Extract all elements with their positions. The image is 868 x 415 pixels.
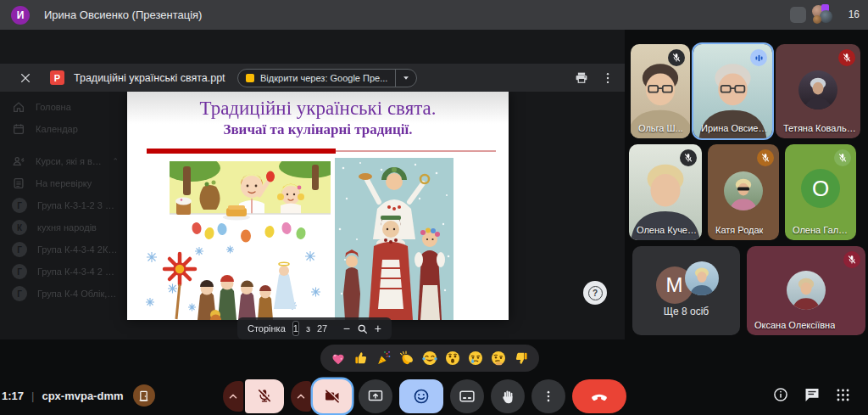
letter-avatar: О: [801, 169, 840, 208]
page-label: Сторінка: [248, 323, 286, 334]
close-icon[interactable]: [19, 72, 31, 84]
participant-count: 16: [849, 8, 860, 20]
sidebar-item-5[interactable]: ГГрупа К-3-1-2 3 КУРС Технол...: [0, 194, 127, 216]
review-icon: [12, 177, 25, 190]
present-button[interactable]: [359, 379, 392, 413]
reactions-bar: [320, 345, 539, 372]
more-options-icon[interactable]: [600, 70, 615, 86]
camera-button[interactable]: [313, 379, 352, 413]
overflow-count-label: Ще 8 осіб: [632, 306, 740, 317]
reaction-sparkling-heart-icon[interactable]: [330, 350, 347, 367]
sidebar-item-8[interactable]: ГГрупа К-4-3-4 2 КУРС Технол...: [0, 261, 127, 283]
reaction-crying-face-icon[interactable]: [467, 350, 484, 367]
sidebar-item-label: Група К-4-3-4 2 КУРС Технол...: [37, 266, 119, 277]
reactions-button[interactable]: [399, 379, 443, 413]
mic-muted-icon: [838, 49, 855, 66]
reaction-face-with-tears-of-joy-icon[interactable]: [421, 350, 438, 367]
page-controls: Сторінка 1 з 27 − +: [237, 317, 392, 339]
avatar: [787, 271, 826, 310]
shared-screen-area: ГоловнаКалендарКурси, які я викладаю⌃На …: [0, 30, 625, 339]
classroom-sidebar: ГоловнаКалендарКурси, які я викладаю⌃На …: [0, 96, 127, 305]
sidebar-item-6[interactable]: Ккухня народів: [0, 216, 127, 238]
slide-subtitle: Звичаї та кулінарні традиції.: [127, 121, 509, 138]
zoom-out-button[interactable]: −: [343, 322, 350, 335]
sidebar-item-label: На перевірку: [36, 178, 92, 188]
mic-button[interactable]: [245, 379, 284, 413]
sidebar-item-label: Група К-3-1-2 3 КУРС Технол...: [37, 200, 119, 210]
google-slides-icon: [246, 74, 254, 82]
participant-tile-олена-кучер[interactable]: Олена Кучер...: [629, 144, 702, 240]
sidebar-item-label: Головна: [36, 102, 71, 112]
reaction-surprised-face-icon[interactable]: [444, 350, 461, 367]
participant-tile-ирина-овсиенко[interactable]: Ирина Овсиенко: [693, 44, 772, 138]
more-options-button[interactable]: [531, 379, 565, 413]
caret-down-icon[interactable]: [396, 70, 416, 87]
sidebar-item-1[interactable]: Головна: [0, 96, 127, 118]
reaction-clapping-hands-icon[interactable]: [398, 350, 415, 367]
raise-hand-button[interactable]: [491, 379, 525, 413]
chat-button[interactable]: [804, 386, 821, 403]
reaction-thumbs-down-icon[interactable]: [513, 350, 530, 367]
mic-muted-icon: [757, 149, 774, 166]
sidebar-item-3[interactable]: Курси, які я викладаю⌃: [0, 150, 127, 172]
sidebar-item-label: Курси, які я викладаю: [36, 156, 102, 166]
zoom-in-button[interactable]: +: [375, 322, 381, 335]
captions-button[interactable]: [450, 379, 484, 413]
participant-name: Ирина Овсиенко: [701, 123, 768, 133]
sidebar-item-label: кухня народів: [37, 222, 97, 233]
participant-name: Тетяна Ковальова: [783, 123, 856, 133]
page-total: 27: [317, 323, 327, 334]
info-button[interactable]: [772, 386, 789, 403]
file-name: Традиційні українські свята.ppt: [74, 72, 225, 84]
presenter-avatar: И: [11, 6, 30, 25]
avatar: [798, 70, 837, 109]
reaction-thinking-face-icon[interactable]: [490, 350, 507, 367]
slide-accent-line: [336, 150, 496, 152]
help-button[interactable]: ?: [583, 281, 607, 305]
mic-muted-icon: [834, 149, 851, 166]
avatar: [685, 261, 719, 295]
slide-accent-bar: [147, 149, 336, 154]
participant-tile-олена-галям[interactable]: ООлена Галям...: [785, 144, 856, 240]
print-icon[interactable]: [574, 70, 589, 86]
chevron-up-icon: ⌃: [112, 157, 119, 165]
google-meet-window: И Ирина Овсиенко (Презентація) 16 Головн…: [0, 0, 868, 415]
slide-image-easter-kids: [170, 161, 331, 244]
participant-tile-тетяна-ковальова[interactable]: Тетяна Ковальова: [776, 44, 860, 138]
camera-options-button[interactable]: [291, 381, 311, 412]
file-preview-toolbar: P Традиційні українські свята.ppt Відкри…: [0, 64, 625, 92]
presenter-label: Ирина Овсиенко (Презентація): [44, 8, 202, 21]
sidebar-item-9[interactable]: ГГрупа К-4 Облік, калькуляція,...: [0, 283, 127, 305]
reaction-thumbs-up-icon[interactable]: [353, 350, 370, 367]
presentation-slide: Традиційні українські свята. Звичаї та к…: [127, 92, 509, 320]
reaction-party-popper-icon[interactable]: [376, 350, 392, 367]
participant-name: Оксана Олексіївна: [754, 320, 835, 330]
slide-title: Традиційні українські свята.: [127, 98, 509, 120]
apps-grid-button[interactable]: [835, 387, 851, 403]
sidebar-item-4[interactable]: На перевірку: [0, 172, 127, 194]
sidebar-item-label: Календар: [36, 124, 78, 134]
participant-tile-ольга-ш[interactable]: Ольга Ш...: [631, 44, 690, 138]
participant-tile-катя-родак[interactable]: Катя Родак: [708, 144, 779, 240]
magnifier-icon[interactable]: [357, 323, 368, 334]
sidebar-item-2[interactable]: Календар: [0, 118, 127, 140]
question-mark-icon: ?: [588, 286, 603, 300]
participant-tile-оксана-олексіївна[interactable]: Оксана Олексіївна: [747, 246, 865, 335]
group-letter-avatar: Г: [12, 198, 27, 213]
speaking-indicator-icon: [750, 49, 767, 66]
participant-tile-ще-8-осіб[interactable]: МЩе 8 осіб: [632, 246, 740, 335]
page-number-input[interactable]: 1: [292, 321, 299, 336]
group-letter-avatar: Г: [12, 286, 27, 301]
mic-options-button[interactable]: [223, 381, 243, 412]
slide-image-carolers: [139, 244, 327, 320]
end-call-button[interactable]: [572, 379, 626, 413]
top-bar: И Ирина Овсиенко (Презентація) 16: [0, 0, 868, 30]
open-with-button[interactable]: Відкрити через: Google Пре...: [237, 69, 417, 87]
participant-thumbnail: [790, 7, 806, 23]
meeting-side-icons: [772, 386, 851, 403]
ppt-file-icon: P: [50, 70, 64, 85]
call-controls: [0, 379, 849, 413]
mic-muted-icon: [680, 149, 697, 166]
participants-summary[interactable]: 16: [790, 4, 860, 25]
sidebar-item-7[interactable]: ГГрупа К-4-3-4 2КУРС Облік, к...: [0, 238, 127, 261]
